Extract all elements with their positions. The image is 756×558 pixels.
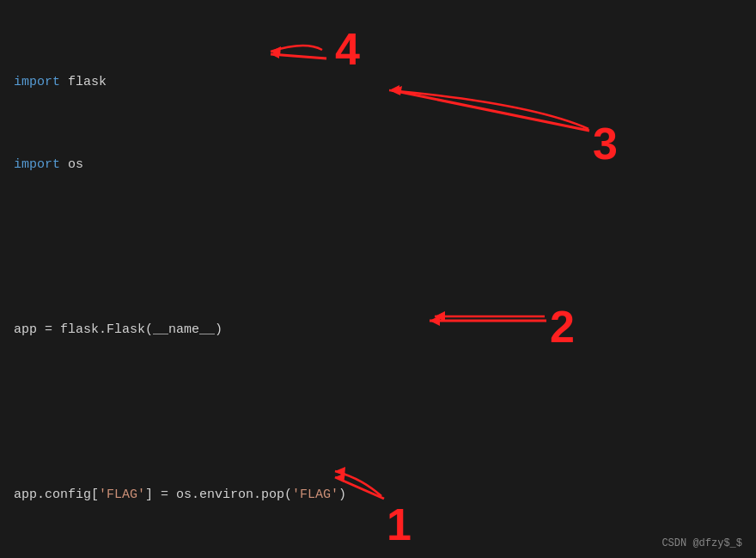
keyword-import1: import bbox=[14, 75, 60, 89]
code-line-3 bbox=[14, 237, 742, 258]
keyword-import2: import bbox=[14, 157, 60, 172]
watermark: CSDN @dfzy$_$ bbox=[662, 537, 742, 549]
code-line-1: import flask bbox=[14, 72, 742, 93]
code-line-5 bbox=[14, 402, 742, 423]
code-line-6: app.config['FLAG'] = os.environ.pop('FLA… bbox=[14, 485, 742, 506]
code-editor: import flask import os app = flask.Flask… bbox=[14, 10, 742, 558]
code-line-2: import os bbox=[14, 155, 742, 175]
code-line-4: app = flask.Flask(__name__) bbox=[14, 320, 742, 340]
main-container: import flask import os app = flask.Flask… bbox=[0, 0, 756, 558]
